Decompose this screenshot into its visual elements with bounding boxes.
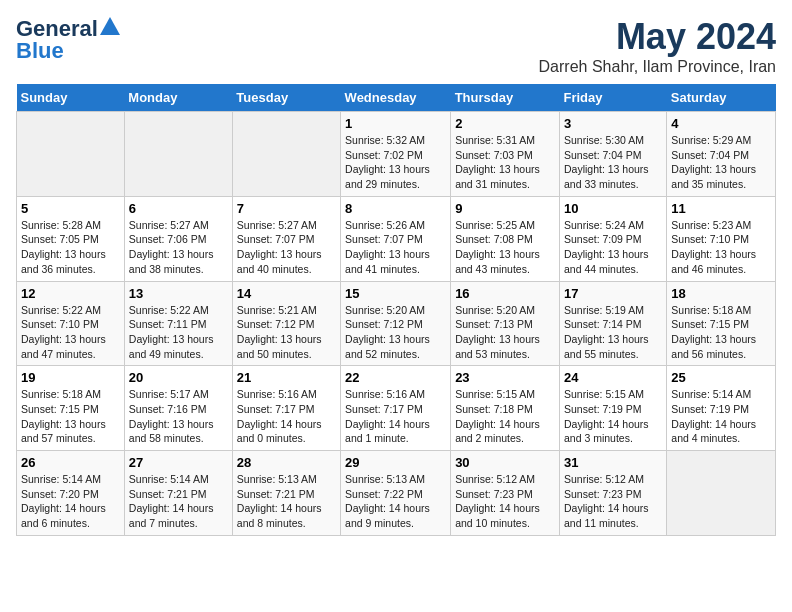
logo-blue: Blue [16, 38, 64, 64]
day-info: Sunrise: 5:14 AM Sunset: 7:21 PM Dayligh… [129, 472, 228, 531]
day-number: 5 [21, 201, 120, 216]
day-number: 6 [129, 201, 228, 216]
day-number: 21 [237, 370, 336, 385]
calendar-cell: 30Sunrise: 5:12 AM Sunset: 7:23 PM Dayli… [451, 451, 560, 536]
calendar-cell: 12Sunrise: 5:22 AM Sunset: 7:10 PM Dayli… [17, 281, 125, 366]
logo-icon [100, 17, 120, 37]
day-number: 11 [671, 201, 771, 216]
day-number: 13 [129, 286, 228, 301]
calendar-cell: 7Sunrise: 5:27 AM Sunset: 7:07 PM Daylig… [232, 196, 340, 281]
day-info: Sunrise: 5:27 AM Sunset: 7:07 PM Dayligh… [237, 218, 336, 277]
day-info: Sunrise: 5:16 AM Sunset: 7:17 PM Dayligh… [345, 387, 446, 446]
day-number: 14 [237, 286, 336, 301]
day-info: Sunrise: 5:15 AM Sunset: 7:19 PM Dayligh… [564, 387, 662, 446]
day-number: 26 [21, 455, 120, 470]
calendar-cell [667, 451, 776, 536]
day-number: 1 [345, 116, 446, 131]
day-number: 28 [237, 455, 336, 470]
day-info: Sunrise: 5:30 AM Sunset: 7:04 PM Dayligh… [564, 133, 662, 192]
day-number: 4 [671, 116, 771, 131]
col-header-friday: Friday [559, 84, 666, 112]
calendar-cell: 9Sunrise: 5:25 AM Sunset: 7:08 PM Daylig… [451, 196, 560, 281]
day-number: 9 [455, 201, 555, 216]
calendar-cell: 10Sunrise: 5:24 AM Sunset: 7:09 PM Dayli… [559, 196, 666, 281]
day-number: 31 [564, 455, 662, 470]
day-number: 23 [455, 370, 555, 385]
day-info: Sunrise: 5:27 AM Sunset: 7:06 PM Dayligh… [129, 218, 228, 277]
col-header-saturday: Saturday [667, 84, 776, 112]
col-header-monday: Monday [124, 84, 232, 112]
day-number: 2 [455, 116, 555, 131]
calendar-cell: 19Sunrise: 5:18 AM Sunset: 7:15 PM Dayli… [17, 366, 125, 451]
day-number: 22 [345, 370, 446, 385]
calendar-cell: 11Sunrise: 5:23 AM Sunset: 7:10 PM Dayli… [667, 196, 776, 281]
col-header-wednesday: Wednesday [341, 84, 451, 112]
calendar-cell [232, 112, 340, 197]
day-number: 10 [564, 201, 662, 216]
day-number: 27 [129, 455, 228, 470]
day-number: 25 [671, 370, 771, 385]
day-info: Sunrise: 5:23 AM Sunset: 7:10 PM Dayligh… [671, 218, 771, 277]
calendar-week-1: 1Sunrise: 5:32 AM Sunset: 7:02 PM Daylig… [17, 112, 776, 197]
day-number: 7 [237, 201, 336, 216]
day-info: Sunrise: 5:29 AM Sunset: 7:04 PM Dayligh… [671, 133, 771, 192]
calendar-cell: 22Sunrise: 5:16 AM Sunset: 7:17 PM Dayli… [341, 366, 451, 451]
day-number: 17 [564, 286, 662, 301]
day-info: Sunrise: 5:15 AM Sunset: 7:18 PM Dayligh… [455, 387, 555, 446]
calendar-cell: 15Sunrise: 5:20 AM Sunset: 7:12 PM Dayli… [341, 281, 451, 366]
calendar-cell: 3Sunrise: 5:30 AM Sunset: 7:04 PM Daylig… [559, 112, 666, 197]
calendar-cell [124, 112, 232, 197]
calendar-cell: 17Sunrise: 5:19 AM Sunset: 7:14 PM Dayli… [559, 281, 666, 366]
day-info: Sunrise: 5:24 AM Sunset: 7:09 PM Dayligh… [564, 218, 662, 277]
calendar-cell: 5Sunrise: 5:28 AM Sunset: 7:05 PM Daylig… [17, 196, 125, 281]
day-info: Sunrise: 5:12 AM Sunset: 7:23 PM Dayligh… [564, 472, 662, 531]
calendar-week-2: 5Sunrise: 5:28 AM Sunset: 7:05 PM Daylig… [17, 196, 776, 281]
day-number: 18 [671, 286, 771, 301]
day-number: 30 [455, 455, 555, 470]
day-info: Sunrise: 5:20 AM Sunset: 7:13 PM Dayligh… [455, 303, 555, 362]
day-info: Sunrise: 5:22 AM Sunset: 7:10 PM Dayligh… [21, 303, 120, 362]
day-info: Sunrise: 5:17 AM Sunset: 7:16 PM Dayligh… [129, 387, 228, 446]
day-info: Sunrise: 5:14 AM Sunset: 7:19 PM Dayligh… [671, 387, 771, 446]
day-info: Sunrise: 5:21 AM Sunset: 7:12 PM Dayligh… [237, 303, 336, 362]
calendar-cell: 18Sunrise: 5:18 AM Sunset: 7:15 PM Dayli… [667, 281, 776, 366]
day-info: Sunrise: 5:18 AM Sunset: 7:15 PM Dayligh… [21, 387, 120, 446]
day-info: Sunrise: 5:13 AM Sunset: 7:21 PM Dayligh… [237, 472, 336, 531]
calendar-cell: 25Sunrise: 5:14 AM Sunset: 7:19 PM Dayli… [667, 366, 776, 451]
calendar-cell: 21Sunrise: 5:16 AM Sunset: 7:17 PM Dayli… [232, 366, 340, 451]
day-number: 12 [21, 286, 120, 301]
calendar-cell: 29Sunrise: 5:13 AM Sunset: 7:22 PM Dayli… [341, 451, 451, 536]
calendar-cell [17, 112, 125, 197]
calendar-cell: 13Sunrise: 5:22 AM Sunset: 7:11 PM Dayli… [124, 281, 232, 366]
calendar-cell: 14Sunrise: 5:21 AM Sunset: 7:12 PM Dayli… [232, 281, 340, 366]
calendar-cell: 28Sunrise: 5:13 AM Sunset: 7:21 PM Dayli… [232, 451, 340, 536]
calendar-week-5: 26Sunrise: 5:14 AM Sunset: 7:20 PM Dayli… [17, 451, 776, 536]
month-title: May 2024 [539, 16, 776, 58]
col-header-tuesday: Tuesday [232, 84, 340, 112]
calendar-cell: 20Sunrise: 5:17 AM Sunset: 7:16 PM Dayli… [124, 366, 232, 451]
calendar-cell: 26Sunrise: 5:14 AM Sunset: 7:20 PM Dayli… [17, 451, 125, 536]
calendar-cell: 24Sunrise: 5:15 AM Sunset: 7:19 PM Dayli… [559, 366, 666, 451]
day-info: Sunrise: 5:31 AM Sunset: 7:03 PM Dayligh… [455, 133, 555, 192]
day-info: Sunrise: 5:25 AM Sunset: 7:08 PM Dayligh… [455, 218, 555, 277]
calendar-cell: 23Sunrise: 5:15 AM Sunset: 7:18 PM Dayli… [451, 366, 560, 451]
header-row: SundayMondayTuesdayWednesdayThursdayFrid… [17, 84, 776, 112]
calendar-cell: 4Sunrise: 5:29 AM Sunset: 7:04 PM Daylig… [667, 112, 776, 197]
day-info: Sunrise: 5:16 AM Sunset: 7:17 PM Dayligh… [237, 387, 336, 446]
day-info: Sunrise: 5:19 AM Sunset: 7:14 PM Dayligh… [564, 303, 662, 362]
page-header: General Blue May 2024 Darreh Shahr, Ilam… [16, 16, 776, 76]
calendar-week-3: 12Sunrise: 5:22 AM Sunset: 7:10 PM Dayli… [17, 281, 776, 366]
svg-marker-0 [100, 17, 120, 35]
day-info: Sunrise: 5:18 AM Sunset: 7:15 PM Dayligh… [671, 303, 771, 362]
day-number: 15 [345, 286, 446, 301]
day-info: Sunrise: 5:14 AM Sunset: 7:20 PM Dayligh… [21, 472, 120, 531]
col-header-thursday: Thursday [451, 84, 560, 112]
calendar-cell: 2Sunrise: 5:31 AM Sunset: 7:03 PM Daylig… [451, 112, 560, 197]
col-header-sunday: Sunday [17, 84, 125, 112]
day-info: Sunrise: 5:26 AM Sunset: 7:07 PM Dayligh… [345, 218, 446, 277]
calendar-cell: 16Sunrise: 5:20 AM Sunset: 7:13 PM Dayli… [451, 281, 560, 366]
location-title: Darreh Shahr, Ilam Province, Iran [539, 58, 776, 76]
calendar-cell: 27Sunrise: 5:14 AM Sunset: 7:21 PM Dayli… [124, 451, 232, 536]
day-info: Sunrise: 5:28 AM Sunset: 7:05 PM Dayligh… [21, 218, 120, 277]
day-number: 8 [345, 201, 446, 216]
